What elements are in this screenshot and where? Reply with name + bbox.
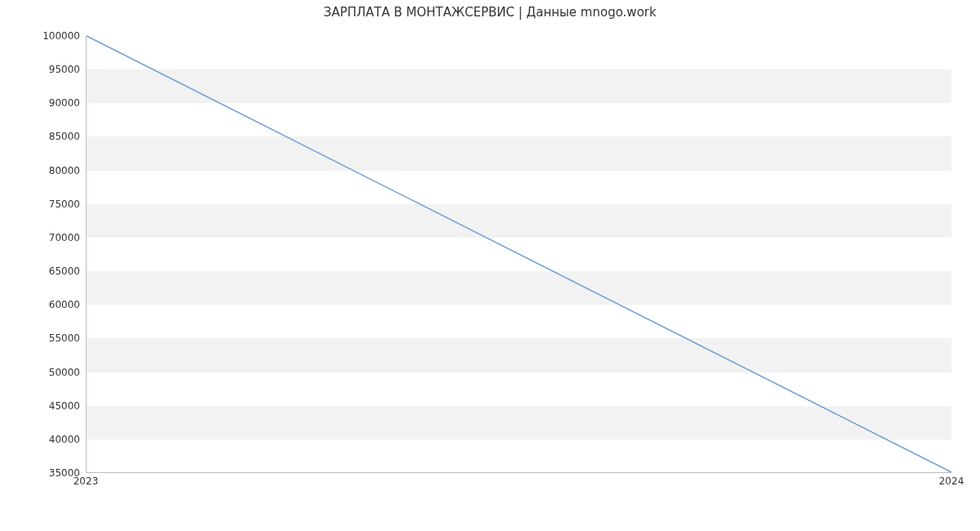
y-tick-label: 65000 <box>7 266 80 277</box>
y-tick-label: 90000 <box>7 97 80 109</box>
y-tick-label: 95000 <box>7 64 80 75</box>
chart-title: ЗАРПЛАТА В МОНТАЖСЕРВИС | Данные mnogo.w… <box>0 5 980 20</box>
plot-area <box>86 36 951 473</box>
y-tick-label: 45000 <box>7 400 80 412</box>
y-tick-label: 70000 <box>7 232 80 243</box>
y-tick-label: 100000 <box>7 30 80 42</box>
x-tick-label: 2023 <box>74 475 99 487</box>
y-tick-label: 60000 <box>7 299 80 310</box>
x-tick-label: 2024 <box>939 475 964 487</box>
y-tick-label: 35000 <box>7 467 80 479</box>
y-tick-label: 50000 <box>7 367 80 378</box>
y-tick-label: 55000 <box>7 332 80 344</box>
y-tick-label: 85000 <box>7 131 80 142</box>
salary-chart: ЗАРПЛАТА В МОНТАЖСЕРВИС | Данные mnogo.w… <box>0 0 980 531</box>
y-tick-label: 80000 <box>7 165 80 176</box>
y-tick-label: 40000 <box>7 434 80 445</box>
y-tick-label: 75000 <box>7 199 80 210</box>
line-series <box>87 36 951 472</box>
svg-line-0 <box>87 36 951 472</box>
